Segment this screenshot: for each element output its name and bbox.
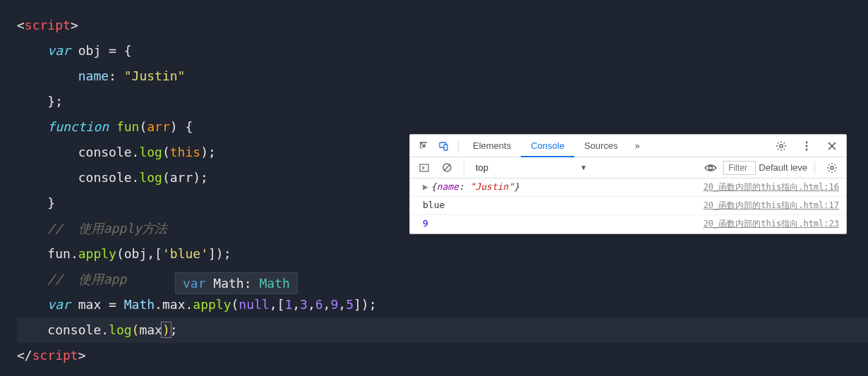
code-line-current: console.log(max); — [17, 317, 868, 343]
code-line: fun.apply(obj,['blue']); — [17, 241, 868, 267]
svg-point-2 — [780, 144, 783, 147]
inspect-icon[interactable] — [414, 136, 434, 156]
settings-icon[interactable] — [771, 136, 791, 156]
svg-point-9 — [831, 166, 833, 169]
devtools-panel[interactable]: Elements Console Sources » top ▼ — [409, 134, 847, 234]
log-row[interactable]: 9 20_函数内部的this指向.html:23 — [410, 215, 846, 234]
separator — [464, 162, 464, 174]
kebab-menu-icon[interactable] — [797, 136, 816, 156]
log-row[interactable]: ▶{name: "Justin"} 20_函数内部的this指向.html:16 — [410, 178, 846, 197]
code-line: <script> — [17, 13, 868, 38]
tab-console[interactable]: Console — [521, 135, 574, 157]
log-message: 9 — [423, 218, 704, 229]
code-line: // 使用app — [17, 267, 868, 292]
tab-sources[interactable]: Sources — [574, 135, 628, 157]
svg-point-8 — [709, 166, 713, 169]
console-output: ▶{name: "Justin"} 20_函数内部的this指向.html:16… — [410, 178, 846, 234]
svg-point-4 — [806, 145, 808, 147]
separator — [814, 162, 815, 174]
log-message: blue — [423, 200, 704, 210]
svg-point-3 — [806, 141, 808, 143]
chevron-down-icon: ▼ — [580, 164, 587, 171]
clear-console-icon[interactable] — [437, 158, 457, 178]
source-link[interactable]: 20_函数内部的this指向.html:17 — [704, 200, 839, 212]
filter-input[interactable] — [723, 161, 756, 175]
code-line: var obj = { — [17, 38, 868, 63]
code-line: var max = Math.max.apply(null,[1,3,6,9,5… — [17, 292, 868, 317]
console-toolbar: top ▼ Default leve — [410, 157, 846, 178]
settings-icon[interactable] — [822, 158, 842, 178]
source-link[interactable]: 20_函数内部的this指向.html:23 — [704, 218, 839, 230]
eye-icon[interactable] — [701, 158, 721, 178]
close-icon[interactable] — [822, 136, 842, 156]
devtools-tabbar: Elements Console Sources » — [410, 135, 846, 157]
context-selector[interactable]: top — [471, 161, 580, 174]
svg-point-5 — [806, 148, 808, 150]
log-message: ▶{name: "Justin"} — [423, 181, 704, 192]
separator — [458, 140, 459, 152]
code-line: </script> — [17, 343, 868, 368]
svg-rect-1 — [444, 145, 447, 150]
expand-arrow-icon[interactable]: ▶ — [423, 181, 428, 192]
sidebar-toggle-icon[interactable] — [414, 158, 434, 178]
code-line: name: "Justin" — [17, 63, 868, 89]
code-line: }; — [17, 89, 868, 114]
tab-elements[interactable]: Elements — [463, 135, 521, 157]
log-level-selector[interactable]: Default leve — [759, 162, 807, 173]
more-tabs-icon[interactable]: » — [628, 140, 647, 151]
source-link[interactable]: 20_函数内部的this指向.html:16 — [704, 181, 839, 193]
device-toggle-icon[interactable] — [434, 136, 454, 156]
log-row[interactable]: blue 20_函数内部的this指向.html:17 — [410, 197, 846, 215]
intellisense-tooltip: var Math: Math — [175, 272, 298, 294]
